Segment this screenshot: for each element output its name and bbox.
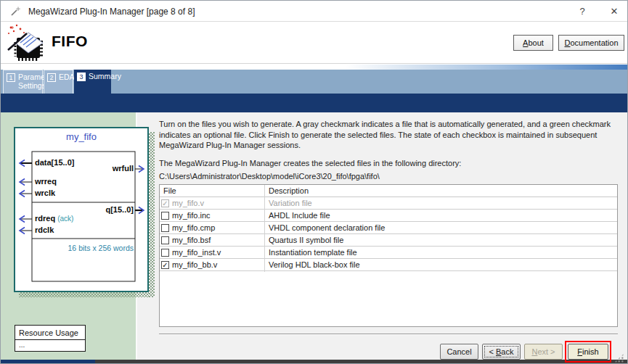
tab-summary[interactable]: 3 Summary <box>74 70 111 94</box>
megafunction-name: FIFO <box>52 33 88 50</box>
tab-label: EDA <box>59 73 75 81</box>
port-rdreq-note: (ack) <box>57 215 73 223</box>
finish-highlight-box: Finish <box>565 341 611 363</box>
window-title: MegaWizard Plug-In Manager [page 8 of 8] <box>28 7 195 17</box>
port-data: data[15..0] <box>35 158 74 167</box>
file-checkbox[interactable] <box>161 249 169 257</box>
fifo-block-diagram: my_fifo data[15..0] wrreq wrclk wrfull q… <box>14 127 149 292</box>
file-description: Quartus II symbol file <box>264 236 617 244</box>
cancel-button[interactable]: Cancel <box>440 344 478 360</box>
divider-line <box>159 334 618 335</box>
resource-usage-title: Resource Usage <box>15 326 85 340</box>
output-directory-path: C:\Users\Administrator\Desktop\model\iCo… <box>159 171 618 182</box>
preview-shadow <box>149 132 155 297</box>
table-row[interactable]: ✓ my_fifo_bb.v Verilog HDL black-box fil… <box>160 259 617 271</box>
back-button[interactable]: < Back <box>482 344 521 360</box>
file-name: my_fifo.inc <box>172 211 211 220</box>
title-bar: MegaWizard Plug-In Manager [page 8 of 8]… <box>1 1 627 22</box>
file-checkbox[interactable] <box>161 224 169 232</box>
bottom-edge-dark <box>95 360 627 364</box>
port-wrreq: wrreq <box>35 177 57 186</box>
tab-parameter-settings[interactable]: 1 Parameter Settings <box>3 70 43 94</box>
file-checkbox[interactable] <box>161 212 169 220</box>
column-header-description: Description <box>264 185 617 197</box>
table-row[interactable]: my_fifo.inc AHDL Include file <box>160 210 617 222</box>
table-row[interactable]: my_fifo.cmp VHDL component declaration f… <box>160 222 617 234</box>
file-name: my_fifo_bb.v <box>172 260 217 269</box>
diagram-title: my_fifo <box>15 131 147 142</box>
column-divider <box>264 185 265 272</box>
port-rdclk: rdclk <box>35 226 54 234</box>
file-description: Instantiation template file <box>264 248 617 257</box>
fifo-capacity-label: 16 bits x 256 words <box>68 244 134 252</box>
bottom-edge-navy <box>1 360 95 364</box>
table-row[interactable]: ✓ my_fifo.v Variation file <box>160 197 617 210</box>
directory-paragraph: The MegaWizard Plug-In Manager creates t… <box>159 158 618 169</box>
table-header: File Description <box>160 185 617 197</box>
navy-strip <box>1 94 627 112</box>
file-name: my_fifo.cmp <box>172 223 215 232</box>
port-wrclk: wrclk <box>35 189 55 197</box>
next-button[interactable]: Next > <box>524 344 563 360</box>
port-wrfull: wrfull <box>113 164 134 173</box>
file-description: VHDL component declaration file <box>264 223 617 232</box>
file-description: Verilog HDL black-box file <box>264 260 617 269</box>
file-description: AHDL Include file <box>264 211 617 220</box>
file-checkbox[interactable] <box>161 236 169 244</box>
resource-usage-value: ... <box>15 340 85 351</box>
column-header-file: File <box>160 185 264 197</box>
megawizard-logo-icon <box>5 23 46 65</box>
tab-bar: 1 Parameter Settings 2 EDA 3 Summary <box>1 70 627 94</box>
about-button[interactable]: About <box>513 35 553 51</box>
tab-number: 1 <box>7 73 15 82</box>
header: FIFO About Documentation <box>1 22 627 64</box>
bottom-edge <box>1 360 627 364</box>
file-name: my_fifo.bsf <box>172 236 211 244</box>
resource-usage-box: Resource Usage ... <box>15 325 86 352</box>
file-description: Variation file <box>264 199 617 207</box>
table-row[interactable]: my_fifo.bsf Quartus II symbol file <box>160 234 617 247</box>
tab-gradient-strip <box>1 65 627 70</box>
wand-icon <box>9 6 21 20</box>
file-name: my_fifo.v <box>172 199 204 207</box>
tab-number: 3 <box>77 73 86 81</box>
help-button[interactable]: ? <box>574 4 590 19</box>
tab-eda[interactable]: 2 EDA <box>44 70 73 94</box>
file-checkbox[interactable]: ✓ <box>161 199 169 207</box>
port-q: q[15..0] <box>105 205 134 214</box>
megawizard-window: MegaWizard Plug-In Manager [page 8 of 8]… <box>0 0 628 364</box>
tab-label: Summary <box>89 72 121 80</box>
finish-button[interactable]: Finish <box>568 344 608 360</box>
documentation-button[interactable]: Documentation <box>558 35 624 51</box>
preview-shadow <box>19 292 149 297</box>
file-name: my_fifo_inst.v <box>172 248 221 257</box>
table-row[interactable]: my_fifo_inst.v Instantiation template fi… <box>160 247 617 259</box>
close-button[interactable]: ✕ <box>606 4 622 19</box>
tab-number: 2 <box>47 73 56 82</box>
file-checkbox[interactable]: ✓ <box>161 261 169 269</box>
port-rdreq: rdreq (ack) <box>35 214 73 223</box>
instructions-paragraph: Turn on the files you wish to generate. … <box>159 119 618 151</box>
file-table: File Description ✓ my_fifo.v Variation f… <box>159 184 618 327</box>
